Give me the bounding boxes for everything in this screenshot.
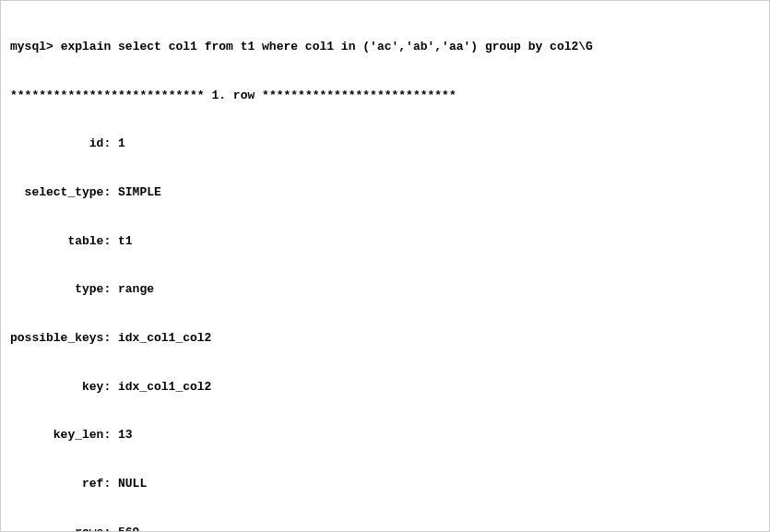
row-separator: *************************** 1. row *****…	[10, 88, 760, 104]
field-row-ref: ref: NULL	[10, 476, 760, 492]
field-label: key_len	[10, 427, 103, 443]
field-label: possible_keys	[10, 330, 103, 347]
field-value: 569	[118, 525, 139, 533]
field-row-key: key: idx_col1_col2	[10, 379, 760, 396]
field-label: key	[10, 379, 103, 396]
field-row-id: id: 1	[10, 136, 760, 152]
field-value: t1	[118, 233, 133, 250]
field-label: rows	[10, 525, 103, 533]
mysql-prompt: mysql>	[10, 40, 53, 53]
field-value: SIMPLE	[118, 184, 161, 201]
field-row-rows: rows: 569	[10, 525, 760, 533]
field-label: select_type	[10, 184, 103, 201]
field-value: 13	[118, 427, 133, 443]
field-value: range	[118, 281, 154, 298]
field-row-table: table: t1	[10, 233, 760, 250]
field-value: idx_col1_col2	[118, 379, 211, 396]
field-row-type: type: range	[10, 281, 760, 298]
field-label: table	[10, 233, 103, 250]
field-row-select-type: select_type: SIMPLE	[10, 184, 760, 201]
query-block-1: mysql> explain select col1 from t1 where…	[10, 6, 760, 532]
field-row-possible-keys: possible_keys: idx_col1_col2	[10, 330, 760, 347]
field-value: 1	[118, 136, 125, 152]
prompt-line[interactable]: mysql> explain select col1 from t1 where…	[10, 39, 760, 55]
field-label: type	[10, 281, 103, 298]
field-value: NULL	[118, 476, 147, 492]
field-value: idx_col1_col2	[118, 330, 211, 347]
field-label: ref	[10, 476, 103, 492]
sql-command: explain select col1 from t1 where col1 i…	[61, 40, 593, 53]
field-label: id	[10, 136, 103, 152]
field-row-key-len: key_len: 13	[10, 427, 760, 443]
